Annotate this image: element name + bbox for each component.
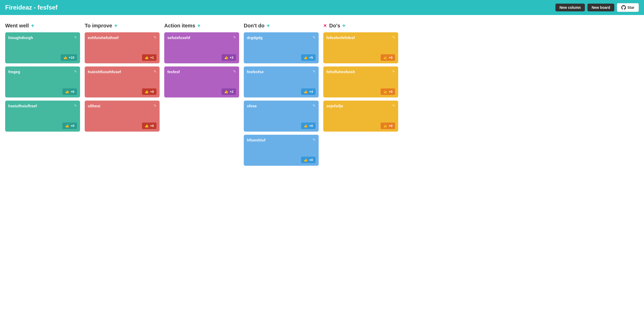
star-label: Star xyxy=(627,5,634,10)
vote-btn-c11[interactable]: 👍+0 xyxy=(301,123,316,129)
star-button[interactable]: Star xyxy=(617,3,639,12)
card-edit-btn-c7[interactable]: ✎ xyxy=(233,35,236,39)
thumb-icon-c6: 👍 xyxy=(145,124,149,128)
card-top-c6: ufihesi✎ xyxy=(88,104,156,108)
card-footer-c13: 👍+0 xyxy=(326,54,395,63)
card-edit-btn-c15[interactable]: ✎ xyxy=(392,104,395,108)
vote-count-c7: +3 xyxy=(230,56,233,59)
vote-btn-c8[interactable]: 👍+2 xyxy=(222,88,236,95)
vote-btn-c13[interactable]: 👍+0 xyxy=(381,54,395,61)
vote-btn-c12[interactable]: 👍+0 xyxy=(301,157,316,163)
column-title-col-dos: Do's xyxy=(329,23,340,29)
card-title-c10: fesfesfse xyxy=(247,70,311,74)
card-top-c2: fregeg✎ xyxy=(8,70,77,74)
thumb-icon-c15: 👍 xyxy=(383,124,387,128)
card-edit-btn-c8[interactable]: ✎ xyxy=(233,70,236,73)
card-title-c6: ufihesi xyxy=(88,104,152,108)
vote-count-c9: +5 xyxy=(309,56,313,59)
new-column-button[interactable]: New column xyxy=(555,4,585,11)
card-footer-c6: 👍+0 xyxy=(88,123,156,132)
column-col-to-improve: To improve+eshfuishefuihsef✎👍+1huieshfiu… xyxy=(85,23,160,135)
card-edit-btn-c12[interactable]: ✎ xyxy=(313,138,316,142)
thumb-icon-c3: 👍 xyxy=(65,124,69,128)
column-add-btn-col-action-items[interactable]: + xyxy=(197,23,201,29)
thumb-icon-c13: 👍 xyxy=(383,56,387,59)
card-edit-btn-c9[interactable]: ✎ xyxy=(313,35,316,39)
card-top-c15: sejofsifje✎ xyxy=(326,104,395,108)
thumb-icon-c4: 👍 xyxy=(145,56,149,59)
vote-btn-c9[interactable]: 👍+5 xyxy=(301,54,316,61)
column-add-btn-col-to-improve[interactable]: + xyxy=(114,23,117,29)
vote-count-c13: +0 xyxy=(389,56,392,59)
column-title-col-action-items: Action items xyxy=(164,23,195,29)
card-c11: sfese✎👍+0 xyxy=(244,101,319,132)
card-footer-c2: 👍+6 xyxy=(8,88,77,97)
column-title-col-went-well: Went well xyxy=(5,23,29,29)
vote-count-c3: +0 xyxy=(70,124,74,128)
vote-btn-c5[interactable]: 👍+0 xyxy=(142,88,156,95)
card-footer-c14: 👍+0 xyxy=(326,88,395,97)
card-footer-c12: 👍+0 xyxy=(247,157,316,166)
card-title-c9: drgdgdg xyxy=(247,35,311,40)
app-header: Fireideaz - fesfsef New column New board… xyxy=(0,0,644,15)
card-edit-btn-c13[interactable]: ✎ xyxy=(392,35,395,39)
new-board-button[interactable]: New board xyxy=(587,4,614,11)
card-c7: sefuisfusehf✎👍+3 xyxy=(164,32,239,63)
card-edit-btn-c11[interactable]: ✎ xyxy=(313,104,316,108)
column-header-col-to-improve: To improve+ xyxy=(85,23,160,29)
card-edit-btn-c1[interactable]: ✎ xyxy=(74,35,77,39)
card-title-c8: fesfesf xyxy=(167,70,232,74)
card-title-c4: eshfuishefuihsef xyxy=(88,35,152,40)
card-footer-c1: 👍+10 xyxy=(8,54,77,63)
vote-count-c15: +0 xyxy=(389,124,392,128)
vote-btn-c3[interactable]: 👍+0 xyxy=(62,123,77,129)
column-add-btn-col-went-well[interactable]: + xyxy=(31,23,34,29)
card-edit-btn-c5[interactable]: ✎ xyxy=(154,70,156,73)
column-add-btn-col-dos[interactable]: + xyxy=(342,23,346,29)
card-top-c11: sfese✎ xyxy=(247,104,316,108)
card-edit-btn-c6[interactable]: ✎ xyxy=(154,104,156,108)
card-c8: fesfesf✎👍+2 xyxy=(164,66,239,97)
card-c13: fefesfesfefsfesf✎👍+0 xyxy=(323,32,398,63)
card-title-c7: sefuisfusehf xyxy=(167,35,232,40)
card-top-c1: hisughdiurgh✎ xyxy=(8,35,77,40)
card-edit-btn-c2[interactable]: ✎ xyxy=(74,70,77,73)
vote-count-c1: +10 xyxy=(69,56,74,59)
card-edit-btn-c3[interactable]: ✎ xyxy=(74,104,77,108)
card-c9: drgdgdg✎👍+5 xyxy=(244,32,319,63)
thumb-icon-c7: 👍 xyxy=(224,56,228,59)
card-c6: ufihesi✎👍+0 xyxy=(85,101,160,132)
vote-btn-c2[interactable]: 👍+6 xyxy=(62,88,77,95)
thumb-icon-c10: 👍 xyxy=(304,90,308,94)
card-edit-btn-c4[interactable]: ✎ xyxy=(154,35,156,39)
header-actions: New column New board Star xyxy=(555,3,639,12)
column-add-btn-col-dont-do[interactable]: + xyxy=(266,23,270,29)
card-footer-c10: 👍+4 xyxy=(247,88,316,97)
vote-btn-c4[interactable]: 👍+1 xyxy=(142,54,156,61)
card-footer-c4: 👍+1 xyxy=(88,54,156,63)
vote-btn-c10[interactable]: 👍+4 xyxy=(301,88,316,95)
card-top-c12: hfiueshiuf✎ xyxy=(247,138,316,142)
vote-btn-c15[interactable]: 👍+0 xyxy=(381,123,395,129)
card-top-c14: fehsfluhesfuish✎ xyxy=(326,70,395,74)
thumb-icon-c1: 👍 xyxy=(63,56,67,59)
vote-btn-c7[interactable]: 👍+3 xyxy=(222,54,236,61)
vote-btn-c6[interactable]: 👍+0 xyxy=(142,123,156,129)
card-top-c4: eshfuishefuihsef✎ xyxy=(88,35,156,40)
card-title-c3: hseiufhsiufhsef xyxy=(8,104,73,108)
thumb-icon-c8: 👍 xyxy=(224,90,228,94)
card-title-c14: fehsfluhesfuish xyxy=(326,70,391,74)
card-footer-c3: 👍+0 xyxy=(8,123,77,132)
vote-count-c2: +6 xyxy=(70,90,74,94)
vote-count-c10: +4 xyxy=(309,90,313,94)
vote-btn-c14[interactable]: 👍+0 xyxy=(381,88,395,95)
column-title-col-to-improve: To improve xyxy=(85,23,112,29)
vote-btn-c1[interactable]: 👍+10 xyxy=(61,54,77,61)
card-c14: fehsfluhesfuish✎👍+0 xyxy=(323,66,398,97)
card-top-c10: fesfesfse✎ xyxy=(247,70,316,74)
column-delete-btn-col-dos[interactable]: ✕ xyxy=(323,23,327,28)
card-edit-btn-c14[interactable]: ✎ xyxy=(392,70,395,73)
card-top-c3: hseiufhsiufhsef✎ xyxy=(8,104,77,108)
card-edit-btn-c10[interactable]: ✎ xyxy=(313,70,316,73)
card-title-c5: huieshfiusehfusef xyxy=(88,70,152,74)
